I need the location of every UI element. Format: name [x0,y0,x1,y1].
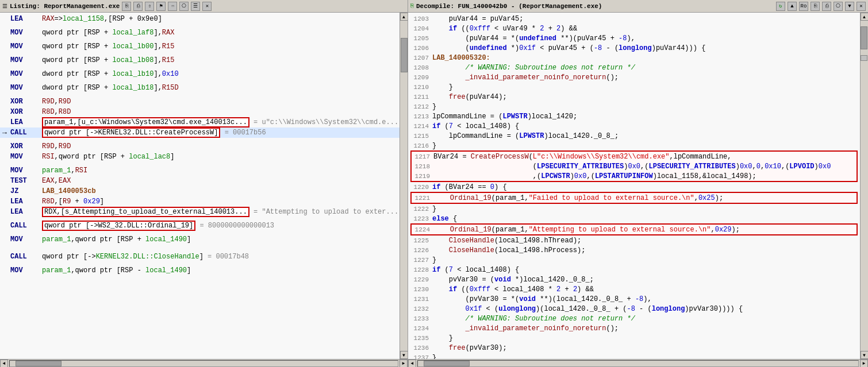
dc-code: if (7 < local_1408) { [432,266,858,274]
right-paste2-icon[interactable]: ⎙ [822,2,831,11]
scroll-right[interactable]: ► [400,360,408,368]
scroll-up[interactable]: ▲ [400,13,408,21]
dc-line-1214: 1214 if (7 < local_1408) { [410,121,858,131]
dc-code: else { [432,215,858,223]
right-panel: ⎘ Decompile: FUN_1400042b0 - (ReportMana… [408,0,868,367]
left-titlebar: ☰ Listing: ReportManagement.exe ⎘ ⎙ ⇧ ⚑ … [0,0,408,13]
line-num: 1207 [410,55,432,61]
line-num: 1219 [412,173,433,180]
scroll-left[interactable]: ◄ [0,360,8,368]
right-close-icon[interactable]: ✕ [857,2,866,11]
dc-code: pvVar30 = (void *)local_1420._0_8_; [432,276,858,284]
right-refresh-icon[interactable]: ↻ [776,2,785,11]
mnemonic-call-close: CALL [10,253,42,261]
code-line: JZ LAB_1400053cb [0,186,408,196]
right-vscrollbar[interactable]: ▲ ▼ [860,13,868,359]
operand: R9D,R9D [42,98,405,106]
line-num: 1206 [410,45,432,52]
code-line: LEA R8D,[R9 + 0x29] [0,196,408,207]
right-scroll-thumb[interactable] [861,26,867,49]
right-hscrollbar[interactable]: ◄ ► [408,359,868,367]
right-scroll-left[interactable]: ◄ [408,360,416,368]
operand-last: param_1,qword ptr [RSP - local_1490] [42,266,405,275]
scroll-thumb[interactable] [401,38,408,72]
line-num: 1217 [412,153,433,160]
dc-code: (pvVar30 = *(void **)(local_1420._0_8_ +… [432,295,858,303]
dc-line-1234: 1234 _invalid_parameter_noinfo_noreturn(… [410,323,858,333]
right-camera2-icon[interactable]: ⎔ [834,2,843,11]
decompile-code: 1203 puVar44 = puVar45; 1204 if ((0xfff … [408,13,860,359]
left-cursor-icon[interactable]: ⇧ [145,2,154,11]
mnemonic-jz: JZ [10,187,42,195]
operand-call-ws2-boxed: qword ptr [->WS2_32.DLL::Ordinal_19] = 8… [42,221,405,231]
operand: dword ptr [RSP + local_lb18],R15D [42,84,405,92]
hscroll-track[interactable] [9,360,398,367]
line-num: 1214 [410,123,432,130]
line-num: 1209 [410,74,432,81]
line-num: 1237 [410,354,432,360]
operand: R9D,R9D [42,142,405,150]
operand: param_1,qword ptr [RSP + local_1490] [42,235,405,244]
dc-code: Ordinal_19(param_1,"Attempting to upload… [433,226,857,234]
code-line-lea-rdx-boxed: LEA RDX,[s_Attempting_to_upload_to_exter… [0,207,408,217]
right-hscroll-track[interactable] [417,360,859,367]
mnemonic-mov: MOV [10,43,42,51]
right-scroll-down[interactable]: ▼ [861,351,869,359]
left-vscrollbar[interactable]: ▲ ▼ [400,13,408,359]
mnemonic-call-ws2: CALL [10,222,42,230]
code-line: MOV qword ptr [RSP + local_laf8],RAX [0,28,408,38]
dc-line-1237: 1237 } [410,353,858,359]
mnemonic-mov: MOV [10,235,42,244]
code-line: MOV param_1,RSI [0,165,408,176]
left-close-icon[interactable]: ✕ [202,2,212,11]
right-menu-icon[interactable]: ▼ [845,2,854,11]
operand: LAB_1400053cb [42,187,405,195]
main-container: ☰ Listing: ReportManagement.exe ⎘ ⎙ ⇧ ⚑ … [0,0,868,367]
right-scroll-right[interactable]: ► [860,360,868,368]
dc-line-1207: 1207 LAB_140005320: [410,53,858,63]
code-line-lea-boxed: LEA param_1,[u_c:\Windows\System32\cmd.e… [0,117,408,128]
line-num: 1228 [410,266,432,273]
left-camera-icon[interactable]: ⎔ [179,2,189,11]
left-panel: ☰ Listing: ReportManagement.exe ⎘ ⎙ ⇧ ⚑ … [0,0,408,367]
right-scroll-up[interactable]: ▲ [861,13,869,21]
hscroll-thumb[interactable] [16,361,62,366]
line-num: 1231 [410,296,432,303]
right-hscroll-thumb[interactable] [424,361,470,366]
left-paste-icon[interactable]: ⎙ [133,2,143,11]
mnemonic-xor: XOR [10,98,42,106]
line-num: 1223 [410,215,432,222]
scroll-down[interactable]: ▼ [400,351,408,359]
right-panel-title: Decompile: FUN_1400042b0 - (ReportManage… [416,3,774,10]
dc-code: } [432,103,858,111]
code-line-call-current: → CALL qword ptr [->KERNEL32.DLL::Create… [0,128,408,138]
left-nav-icon[interactable]: ⎓ [168,2,177,11]
right-copy2-icon[interactable]: ⎘ [811,2,820,11]
dc-line-1218: 1218 (LPSECURITY_ATTRIBUTES)0x0,(LPSECUR… [412,161,857,171]
right-ro-icon[interactable]: Ro [799,2,808,11]
dc-code: _invalid_parameter_noinfo_noreturn(); [432,324,858,333]
operand: RSI,qword ptr [RSP + local_lac8] [42,153,405,161]
current-arrow: → [2,129,10,137]
right-scroll-indicator[interactable] [861,55,867,61]
dc-code: 0x1f < (ulonglong)(local_1420._0_8_ + (-… [432,305,858,313]
left-copy-icon[interactable]: ⎘ [122,2,131,11]
left-menu-icon[interactable]: ☰ [191,2,200,11]
dc-line-1215: 1215 lpCommandLine = (LPWSTR)local_1420.… [410,131,858,141]
operand: qword ptr [RSP + local_laf8],RAX [42,29,405,37]
right-bar-icon[interactable]: ▲ [788,2,797,11]
right-decompile-icon: ⎘ [410,3,414,9]
code-line: XOR R9D,R9D [0,96,408,107]
dc-line-1233: 1233 /* WARNING: Subroutine does not ret… [410,314,858,323]
left-bookmark-icon[interactable]: ⚑ [156,2,166,11]
mnemonic-mov: MOV [10,29,42,37]
operand: EAX,EAX [42,177,405,185]
line-num: 1218 [412,163,433,170]
line-num: 1222 [410,206,432,213]
dc-line-1213: 1213 lpCommandLine = (LPWSTR)local_1420; [410,111,858,121]
dc-line-1235: 1235 } [410,333,858,343]
operand: R8D,[R9 + 0x29] [42,198,405,206]
line-num: 1220 [410,184,432,191]
dc-code: free(pvVar30); [432,344,858,352]
left-hscrollbar[interactable]: ◄ ► [0,359,408,367]
